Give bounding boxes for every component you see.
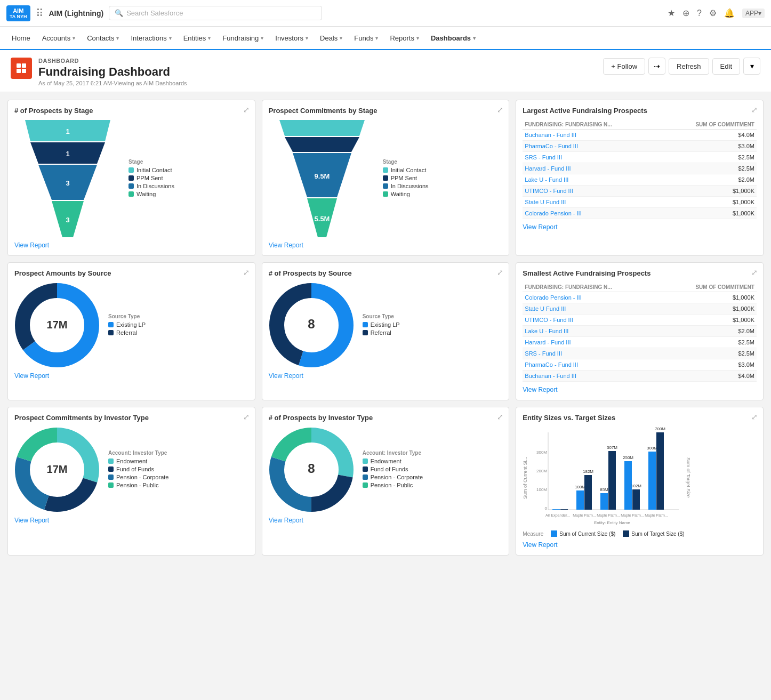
prospect-name[interactable]: Harvard - Fund III [523, 163, 661, 174]
prospect-name[interactable]: Lake U - Fund III [523, 326, 661, 337]
follow-button[interactable]: + Follow [603, 58, 645, 75]
largest-prospects-table: FUNDRAISING: FUNDRAISING N... SUM OF COM… [523, 120, 757, 219]
view-report-w5[interactable]: View Report [269, 372, 503, 380]
expand-icon-w5[interactable]: ⤢ [497, 268, 503, 277]
grid-menu-icon[interactable]: ⠿ [36, 7, 44, 20]
bell-icon[interactable]: 🔔 [724, 8, 735, 18]
prospect-name[interactable]: PharmaCo - Fund III [523, 141, 661, 152]
donut-svg-w7: 17M [14, 427, 100, 512]
funnel-legend-w2: Stage Initial Contact PPM Sent In Discus… [383, 159, 429, 199]
expand-icon-w4[interactable]: ⤢ [243, 268, 250, 277]
svg-text:307M: 307M [607, 445, 617, 450]
view-report-w2[interactable]: View Report [269, 242, 503, 249]
widget-title-w8: # of Prospects by Investor Type [269, 414, 503, 422]
prospect-name[interactable]: Buchanan - Fund III [523, 371, 661, 382]
nav-interactions[interactable]: Interactions ▾ [125, 27, 176, 50]
prospect-value: $3.0M [661, 359, 757, 371]
table-row: UTIMCO - Fund III$1,000K [523, 186, 757, 197]
bar-legend-target-label: Sum of Target Size ($) [631, 531, 684, 537]
svg-text:Air Expander...: Air Expander... [545, 513, 570, 518]
help-icon[interactable]: ? [697, 9, 702, 18]
table-row: Harvard - Fund III$2.5M [523, 163, 757, 174]
prospect-name[interactable]: Harvard - Fund III [523, 337, 661, 348]
svg-text:17M: 17M [47, 319, 68, 331]
nav-entities[interactable]: Entities ▾ [178, 27, 216, 50]
prospect-name[interactable]: PharmaCo - Fund III [523, 359, 661, 371]
prospect-name[interactable]: Colorado Pension - III [523, 292, 661, 303]
svg-text:5.5M: 5.5M [314, 215, 330, 223]
prospect-name[interactable]: Colorado Pension - III [523, 208, 661, 219]
table-row: PharmaCo - Fund III$3.0M [523, 141, 757, 152]
table-row: SRS - Fund III$2.5M [523, 348, 757, 359]
expand-icon-w6[interactable]: ⤢ [751, 268, 758, 277]
search-bar[interactable]: 🔍 Search Salesforce [109, 6, 322, 20]
settings-icon[interactable]: ⚙ [709, 8, 717, 18]
star-icon[interactable]: ★ [668, 8, 675, 18]
expand-icon-w9[interactable]: ⤢ [751, 413, 758, 421]
app-launcher-icon[interactable]: APP▾ [742, 9, 765, 18]
svg-text:0: 0 [545, 506, 548, 511]
prospect-name[interactable]: SRS - Fund III [523, 348, 661, 359]
dashboard-body: # of Prospects by Stage ⤢ 1 1 3 3 Stage … [0, 92, 771, 563]
svg-text:9.5M: 9.5M [314, 172, 330, 180]
prospect-name[interactable]: State U Fund III [523, 197, 661, 208]
widget-title-w5: # of Prospects by Source [269, 269, 503, 277]
legend-title-w4: Source Type [108, 313, 146, 319]
prospect-name[interactable]: UTIMCO - Fund III [523, 186, 661, 197]
prospect-name[interactable]: Buchanan - Fund III [523, 130, 661, 141]
view-report-w1[interactable]: View Report [14, 242, 248, 249]
prospect-value: $1,000K [661, 315, 757, 326]
nav-home[interactable]: Home [6, 27, 36, 50]
expand-icon-w1[interactable]: ⤢ [243, 106, 250, 114]
nav-accounts[interactable]: Accounts ▾ [37, 27, 81, 50]
prospect-name[interactable]: State U Fund III [523, 303, 661, 315]
svg-text:1: 1 [66, 127, 69, 135]
widget-prospects-by-stage: # of Prospects by Stage ⤢ 1 1 3 3 Stage … [7, 100, 255, 256]
view-report-w9[interactable]: View Report [523, 541, 757, 549]
nav-reports[interactable]: Reports ▾ [384, 27, 424, 50]
bar-legend-target-color [623, 530, 629, 537]
nav-investors[interactable]: Investors ▾ [270, 27, 314, 50]
donut-svg-w4: 17M [14, 283, 100, 368]
view-report-w6[interactable]: View Report [523, 386, 757, 393]
refresh-button[interactable]: Refresh [669, 58, 709, 75]
view-report-w3[interactable]: View Report [523, 223, 757, 231]
bar-legend-target: Sum of Target Size ($) [623, 530, 684, 537]
app-name: AIM (Lightning) [49, 9, 104, 18]
expand-icon-w2[interactable]: ⤢ [497, 106, 503, 114]
funnel-svg-w2: 9.5M 5.5M [269, 120, 375, 237]
view-report-w4[interactable]: View Report [14, 372, 248, 380]
donut-chart-w7: 17M Account: Investor Type Endowment Fun… [14, 427, 248, 512]
legend-title-w5: Source Type [363, 313, 400, 319]
nav-fundraising[interactable]: Fundraising ▾ [217, 27, 269, 50]
table-row: State U Fund III$1,000K [523, 197, 757, 208]
nav-dashboards[interactable]: Dashboards ▾ [425, 27, 481, 50]
nav-deals[interactable]: Deals ▾ [315, 27, 348, 50]
nav-funds[interactable]: Funds ▾ [349, 27, 383, 50]
nav-contacts[interactable]: Contacts ▾ [82, 27, 124, 50]
dashboard-header-left: DASHBOARD Fundraising Dashboard As of Ma… [11, 58, 187, 86]
edit-button[interactable]: Edit [712, 58, 740, 75]
table-col1-w3: FUNDRAISING: FUNDRAISING N... [523, 120, 661, 130]
prospect-name[interactable]: SRS - Fund III [523, 152, 661, 163]
widget-smallest-prospects: Smallest Active Fundraising Prospects ⤢ … [516, 262, 764, 400]
svg-text:8: 8 [308, 461, 315, 476]
dashboard-title: Fundraising Dashboard [38, 65, 187, 79]
expand-icon-w3[interactable]: ⤢ [751, 106, 758, 114]
view-report-w8[interactable]: View Report [269, 517, 503, 524]
expand-icon-w7[interactable]: ⤢ [243, 413, 250, 421]
donut-svg-w8: 8 [269, 427, 354, 512]
donut-legend-w8: Account: Investor Type Endowment Fund of… [363, 450, 423, 490]
prospect-value: $1,000K [661, 197, 757, 208]
prospect-name[interactable]: Lake U - Fund III [523, 174, 661, 186]
more-button[interactable]: ▾ [743, 58, 760, 75]
expand-icon-w8[interactable]: ⤢ [497, 413, 503, 421]
y2-axis-label-w9: Sum of Target Size [684, 427, 691, 528]
prospect-name[interactable]: UTIMCO - Fund III [523, 315, 661, 326]
view-report-w7[interactable]: View Report [14, 517, 248, 524]
share-button[interactable]: ⇢ [648, 58, 665, 75]
table-col2-w6: SUM OF COMMITMENT [661, 283, 757, 292]
svg-rect-58 [648, 452, 656, 510]
add-icon[interactable]: ⊕ [682, 8, 689, 18]
svg-text:700M: 700M [655, 427, 665, 431]
